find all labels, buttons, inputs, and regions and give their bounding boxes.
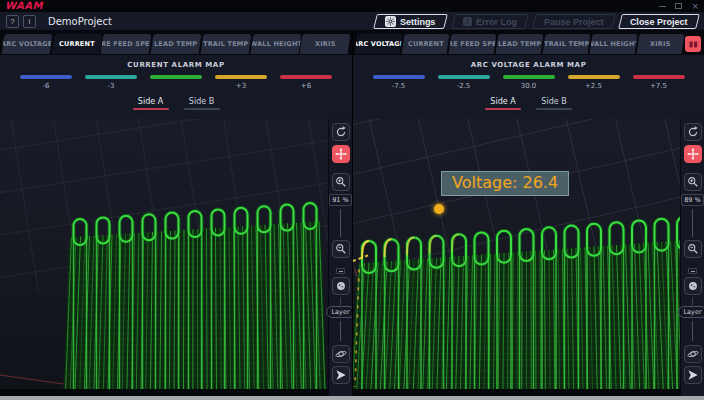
alarm-bar-red bbox=[633, 75, 685, 79]
alarm-label: 30.0 bbox=[521, 82, 537, 90]
tab-trail-temp[interactable]: TRAIL TEMP bbox=[200, 34, 251, 54]
settings-label: Settings bbox=[400, 16, 436, 26]
navigate-button[interactable] bbox=[684, 366, 702, 384]
tab-wall-height[interactable]: WALL HEIGHT bbox=[590, 34, 638, 54]
zoom-percent: 91 % bbox=[329, 194, 352, 206]
tab-bar: ARC VOLTAGE CURRENT WIRE FEED SPEED LEAD… bbox=[0, 31, 352, 55]
tab-wire-feed-speed[interactable]: WIRE FEED SPEED bbox=[449, 34, 497, 54]
rotate-view-button[interactable] bbox=[684, 123, 702, 141]
view-toolbar: 89 % Layer bbox=[680, 119, 704, 396]
settings-button[interactable]: Settings bbox=[374, 14, 448, 29]
alarm-label: -6 bbox=[43, 82, 50, 90]
alarm-color-scale: -7.5 -2.5 30.0 +2.5 +7.5 bbox=[373, 75, 685, 90]
side-b-toggle[interactable]: Side B bbox=[536, 97, 572, 110]
alarm-map-title: ARC VOLTAGE ALARM MAP bbox=[471, 61, 587, 69]
layer-label: Layer bbox=[326, 306, 352, 318]
tab-bar: ARC VOLTAGE CURRENT WIRE FEED SPEED LEAD… bbox=[353, 31, 704, 55]
3d-viewport[interactable]: Voltage: 26.4 89 % Layer bbox=[353, 119, 704, 396]
rotate-view-button[interactable] bbox=[332, 123, 350, 141]
close-project-button[interactable]: Close Project bbox=[619, 14, 700, 29]
project-name: DemoProject bbox=[48, 16, 112, 27]
divider bbox=[692, 297, 693, 305]
alarm-bar-blue bbox=[20, 75, 72, 79]
3d-viewport[interactable]: 91 % Layer bbox=[0, 119, 352, 396]
tab-wire-feed-speed[interactable]: WIRE FEED SPEED bbox=[101, 34, 152, 54]
alarm-bar-yellow bbox=[568, 75, 620, 79]
alarm-label: +7.5 bbox=[650, 82, 667, 90]
divider bbox=[340, 297, 341, 305]
window-titlebar: WAAM × bbox=[0, 0, 704, 12]
slider-handle[interactable] bbox=[688, 268, 697, 274]
tab-wall-height[interactable]: WALL HEIGHT bbox=[250, 34, 301, 54]
gear-icon bbox=[385, 16, 396, 27]
alarm-label: -2.5 bbox=[457, 82, 471, 90]
error-log-label: Error Log bbox=[476, 16, 517, 26]
maximize-icon[interactable] bbox=[675, 3, 682, 9]
side-a-toggle[interactable]: Side A bbox=[133, 97, 169, 110]
alarm-point-marker[interactable] bbox=[434, 204, 444, 214]
zoom-in-button[interactable] bbox=[684, 173, 702, 191]
error-log-icon: ! bbox=[463, 17, 472, 26]
help-button[interactable]: ? bbox=[6, 15, 19, 28]
window-bottom-edge bbox=[0, 396, 704, 400]
alarm-label: +2.5 bbox=[585, 82, 602, 90]
alarm-color-scale: -6 -3 +3 +6 bbox=[20, 75, 332, 90]
navigate-button[interactable] bbox=[332, 366, 350, 384]
app-window: WAAM × ? i DemoProject Settings ! Error … bbox=[0, 0, 704, 400]
view-mode-button[interactable] bbox=[332, 277, 350, 295]
orbit-view-button[interactable] bbox=[332, 345, 350, 363]
info-button[interactable]: i bbox=[23, 15, 36, 28]
layer-label: Layer bbox=[678, 306, 704, 318]
alarm-bar-teal bbox=[438, 75, 490, 79]
alarm-bar-red bbox=[280, 75, 332, 79]
tab-arc-voltage[interactable]: ARC VOLTAGE bbox=[355, 34, 403, 54]
tab-current[interactable]: CURRENT bbox=[51, 34, 102, 54]
alarm-map-header: CURRENT ALARM MAP -6 -3 +3 +6 Side A Sid… bbox=[0, 55, 352, 119]
view-toolbar: 91 % Layer bbox=[328, 119, 352, 396]
zoom-slider[interactable] bbox=[692, 209, 693, 237]
tab-lead-temp[interactable]: LEAD TEMP bbox=[496, 34, 544, 54]
tab-trail-temp[interactable]: TRAIL TEMP bbox=[543, 34, 591, 54]
tab-xiris[interactable]: XIRIS bbox=[300, 34, 351, 54]
alarm-bar-green bbox=[503, 75, 555, 79]
zoom-percent: 89 % bbox=[681, 194, 704, 206]
alarm-bar-green bbox=[150, 75, 202, 79]
alarm-label: -7.5 bbox=[392, 82, 406, 90]
error-log-button[interactable]: ! Error Log bbox=[451, 14, 529, 29]
close-icon[interactable]: × bbox=[691, 2, 699, 11]
alarm-map-header: ARC VOLTAGE ALARM MAP -7.5 -2.5 30.0 +2.… bbox=[353, 55, 704, 119]
alarm-bar-teal bbox=[85, 75, 137, 79]
alarm-label: +6 bbox=[301, 82, 311, 90]
slider-handle[interactable] bbox=[336, 268, 345, 274]
zoom-in-button[interactable] bbox=[332, 173, 350, 191]
pan-tool-button[interactable] bbox=[684, 145, 702, 163]
pause-project-label: Pause Project bbox=[544, 16, 604, 26]
voltage-tooltip: Voltage: 26.4 bbox=[441, 171, 569, 196]
panel-current: ARC VOLTAGE CURRENT WIRE FEED SPEED LEAD… bbox=[0, 31, 352, 396]
side-a-toggle[interactable]: Side A bbox=[485, 97, 521, 110]
orbit-view-button[interactable] bbox=[684, 345, 702, 363]
zoom-out-button[interactable] bbox=[684, 240, 702, 258]
pause-project-button[interactable]: Pause Project bbox=[532, 14, 615, 29]
view-mode-button[interactable] bbox=[684, 277, 702, 295]
dual-pane-icon bbox=[689, 41, 698, 48]
close-project-label: Close Project bbox=[630, 16, 688, 26]
layer-slider[interactable] bbox=[692, 321, 693, 341]
zoom-out-button[interactable] bbox=[332, 240, 350, 258]
layer-slider[interactable] bbox=[340, 321, 341, 341]
zoom-slider[interactable] bbox=[340, 209, 341, 237]
side-b-toggle[interactable]: Side B bbox=[184, 97, 220, 110]
alert-view-button[interactable] bbox=[685, 36, 701, 52]
pan-tool-button[interactable] bbox=[332, 145, 350, 163]
alarm-bar-yellow bbox=[215, 75, 267, 79]
minimize-icon[interactable] bbox=[659, 6, 666, 7]
project-bar: ? i DemoProject Settings ! Error Log Pau… bbox=[0, 12, 704, 31]
tab-xiris[interactable]: XIRIS bbox=[637, 34, 685, 54]
tab-current[interactable]: CURRENT bbox=[402, 34, 450, 54]
alarm-bar-blue bbox=[373, 75, 425, 79]
tab-lead-temp[interactable]: LEAD TEMP bbox=[151, 34, 202, 54]
tab-arc-voltage[interactable]: ARC VOLTAGE bbox=[2, 34, 53, 54]
panel-arc-voltage: ARC VOLTAGE CURRENT WIRE FEED SPEED LEAD… bbox=[352, 31, 704, 396]
alarm-map-title: CURRENT ALARM MAP bbox=[127, 61, 224, 69]
alarm-label: -3 bbox=[108, 82, 115, 90]
